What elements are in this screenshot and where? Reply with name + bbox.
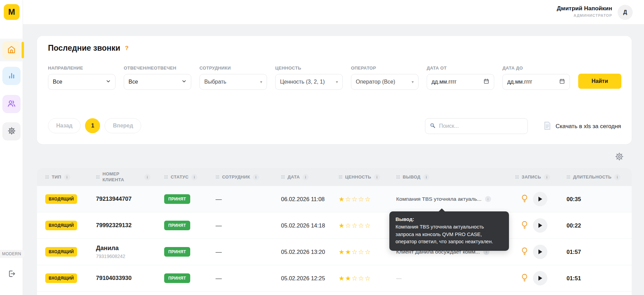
filter-value: ЦЕННОСТЬ Ценность (3, 2, 1) ▾ xyxy=(275,65,343,90)
help-icon[interactable]: ? xyxy=(125,45,129,52)
table-settings-gear[interactable] xyxy=(615,152,624,161)
recent-calls-card: Последние звонки ? НАПРАВЛЕНИЕ Все ОТВЕЧ… xyxy=(37,36,632,144)
filter-operator: ОПЕРАТОР Оператор (Все) ▾ xyxy=(351,65,418,90)
drag-handle-icon[interactable] xyxy=(339,175,342,179)
sidebar-item-statistics[interactable] xyxy=(2,67,21,85)
rating-stars[interactable]: ★☆☆☆☆ xyxy=(339,222,396,230)
user-block[interactable]: Дмитрий Напойкин АДМИНИСТРАТОР xyxy=(557,5,612,17)
column-info-icon[interactable]: i xyxy=(191,174,197,180)
column-info-icon[interactable]: i xyxy=(544,174,550,180)
table-row[interactable]: ВХОДЯЩИЙ 79104033930 ПРИНЯТ — 05.02.2026… xyxy=(37,265,632,292)
edition-badge: MODERN xyxy=(0,250,24,258)
column-info-icon[interactable]: i xyxy=(144,174,150,180)
date-to-input[interactable]: дд.мм.гггг xyxy=(502,74,570,90)
date-from-input[interactable]: дд.мм.гггг xyxy=(427,74,494,90)
insight-bulb-icon[interactable] xyxy=(521,221,528,231)
play-record-button[interactable] xyxy=(533,271,547,285)
chevron-down-icon xyxy=(182,79,186,85)
date-cell: 06.02.2026 11:08 xyxy=(281,196,339,202)
logout-button[interactable] xyxy=(7,269,16,280)
pagination-forward-button[interactable]: Вперед xyxy=(105,118,141,133)
client-number: 79104033930 xyxy=(96,275,164,282)
column-header-client-number[interactable]: НОМЕР КЛИЕНТА i xyxy=(96,171,164,183)
calls-table: ТИП i НОМЕР КЛИЕНТА i СТАТУС i СОТРУДНИК… xyxy=(37,168,632,295)
column-header-type[interactable]: ТИП i xyxy=(45,174,96,180)
play-record-button[interactable] xyxy=(533,245,547,259)
pagination-back-button[interactable]: Назад xyxy=(48,118,81,133)
calendar-icon[interactable] xyxy=(559,78,565,86)
user-name: Дмитрий Напойкин xyxy=(557,5,612,12)
app-logo[interactable]: M xyxy=(4,4,20,20)
employees-dropdown[interactable]: Выбрать ▾ xyxy=(199,74,267,90)
drag-handle-icon[interactable] xyxy=(567,175,570,179)
insight-bulb-icon[interactable] xyxy=(521,247,528,257)
calendar-icon[interactable] xyxy=(483,78,489,86)
column-info-icon[interactable]: i xyxy=(303,174,309,180)
employee-cell: — xyxy=(216,196,281,203)
client-number: 79213944707 xyxy=(96,196,164,202)
column-header-duration[interactable]: ДЛИТЕЛЬНОСТЬ i xyxy=(567,174,623,180)
filter-answered: ОТВЕЧЕН/НЕОТВЕЧЕН Все xyxy=(124,65,191,90)
logout-icon xyxy=(7,273,16,279)
drag-handle-icon[interactable] xyxy=(396,175,400,179)
rating-stars[interactable]: ★★☆☆☆ xyxy=(339,274,396,282)
client-number: 79992329132 xyxy=(96,222,164,229)
gear-icon xyxy=(7,126,16,137)
sidebar-item-settings[interactable] xyxy=(2,122,21,140)
column-header-date[interactable]: ДАТА i xyxy=(281,174,339,180)
dropdown-arrow-icon: ▾ xyxy=(260,79,262,84)
summary-text: Компания TBS уточняла актуаль... xyxy=(396,196,482,202)
column-header-status[interactable]: СТАТУС i xyxy=(164,174,216,180)
column-info-icon[interactable]: i xyxy=(64,174,70,180)
play-record-button[interactable] xyxy=(533,192,547,206)
pagination: Назад 1 Вперед xyxy=(48,118,141,133)
document-icon xyxy=(544,121,551,132)
column-header-value[interactable]: ЦЕННОСТЬ i xyxy=(339,174,396,180)
column-info-icon[interactable]: i xyxy=(423,174,429,180)
call-type-badge: ВХОДЯЩИЙ xyxy=(45,273,77,283)
drag-handle-icon[interactable] xyxy=(45,175,49,179)
rating-stars[interactable]: ★☆☆☆☆ xyxy=(339,195,396,203)
drag-handle-icon[interactable] xyxy=(216,175,219,179)
operator-dropdown[interactable]: Оператор (Все) ▾ xyxy=(351,74,418,90)
table-row[interactable]: ВХОДЯЩИЙ Данила 79319608242 ПРИНЯТ — 05.… xyxy=(37,239,632,265)
column-header-record[interactable]: ЗАПИСЬ i xyxy=(515,174,567,180)
search-input[interactable] xyxy=(439,123,523,129)
direction-select[interactable]: Все xyxy=(48,74,116,90)
table-header-row: ТИП i НОМЕР КЛИЕНТА i СТАТУС i СОТРУДНИК… xyxy=(37,168,632,186)
table-row[interactable]: ВХОДЯЩИЙ 79992329132 ПРИНЯТ — 05.02.2026… xyxy=(37,212,632,239)
column-info-icon[interactable]: i xyxy=(614,174,620,180)
column-info-icon[interactable]: i xyxy=(374,174,380,180)
drag-handle-icon[interactable] xyxy=(515,175,519,179)
answered-select[interactable]: Все xyxy=(124,74,191,90)
insight-bulb-icon[interactable] xyxy=(521,273,528,283)
pagination-page-1[interactable]: 1 xyxy=(85,118,100,133)
value-dropdown[interactable]: Ценность (3, 2, 1) ▾ xyxy=(275,74,343,90)
sidebar-item-home[interactable] xyxy=(2,41,21,59)
column-header-summary[interactable]: ВЫВОД i xyxy=(396,174,515,180)
date-cell: 05.02.2026 14:18 xyxy=(281,222,339,229)
column-info-icon[interactable]: i xyxy=(253,174,259,180)
play-record-button[interactable] xyxy=(533,218,547,233)
export-xls-link[interactable]: Скачать в xls за сегодня xyxy=(544,121,621,132)
bar-chart-icon xyxy=(7,71,16,81)
drag-handle-icon[interactable] xyxy=(281,175,285,179)
summary-info-icon[interactable]: i xyxy=(485,196,491,202)
page-title: Последние звонки xyxy=(48,44,120,53)
table-row[interactable]: ВХОДЯЩИЙ 79213944707 ПРИНЯТ — 06.02.2026… xyxy=(37,186,632,212)
filter-date-to: ДАТА ДО дд.мм.гггг xyxy=(502,65,570,90)
date-cell: 05.02.2026 13:20 xyxy=(281,249,339,255)
insight-bulb-icon[interactable] xyxy=(521,194,528,204)
avatar[interactable]: Д xyxy=(618,5,633,20)
drag-handle-icon[interactable] xyxy=(96,175,100,179)
sidebar-item-employees[interactable] xyxy=(2,95,21,113)
column-header-employee[interactable]: СОТРУДНИК i xyxy=(216,174,281,180)
rating-stars[interactable]: ★★☆☆☆ xyxy=(339,248,396,256)
employee-cell: — xyxy=(216,275,281,282)
client-name: Данила xyxy=(96,245,164,252)
summary-tooltip: Вывод: Компания TBS уточняла актуальност… xyxy=(389,211,509,251)
find-button[interactable]: Найти xyxy=(578,74,621,89)
drag-handle-icon[interactable] xyxy=(164,175,168,179)
filters-row: НАПРАВЛЕНИЕ Все ОТВЕЧЕН/НЕОТВЕЧЕН Все xyxy=(48,65,621,90)
user-role: АДМИНИСТРАТОР xyxy=(557,13,612,17)
